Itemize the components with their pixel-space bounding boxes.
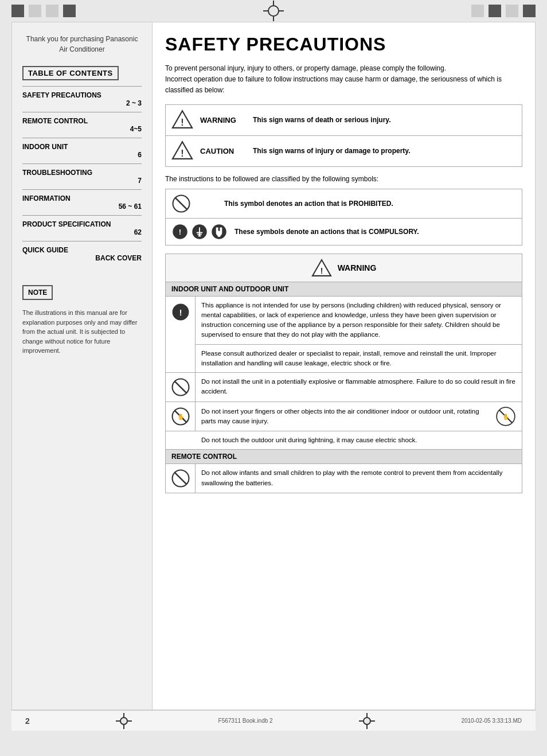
bottom-crosshair-circle [120,717,128,725]
prohibited-icon-cell [166,373,196,402]
warning-label: WARNING [200,116,246,124]
toc-item-pages: 6 [22,151,142,159]
hand-icon-right: ✋ [493,406,516,427]
indoor-row-1-texts: This appliance is not intended for use b… [196,297,522,373]
toc-item-title: INDOOR UNIT [22,143,142,151]
main-content: SAFETY PRECAUTIONS To prevent personal i… [153,22,535,710]
top-right-marks [471,5,536,17]
toc-item-title: QUICK GUIDE [22,246,142,254]
indoor-text-1: This appliance is not intended for use b… [196,297,522,345]
remote-prohibited-icon-cell [166,464,196,493]
toc-item-pages: 4~5 [22,125,142,133]
caution-row: ! CAUTION This sign warns of injury or d… [166,136,522,166]
toc-item-pages: 56 ~ 61 [22,202,142,211]
top-registration-marks [0,0,547,22]
reg-square [506,5,518,17]
caution-desc: This sign warns of injury or damage to p… [253,147,410,155]
warning-header-label: WARNING [338,263,377,272]
toc-item-information: INFORMATION 56 ~ 61 [22,189,142,215]
svg-text:!: ! [179,307,182,317]
page-number: 2 [25,716,30,726]
warning-section-box: ! WARNING INDOOR UNIT AND OUTDOOR UNIT !… [165,254,522,494]
symbol-table: This symbol denotes an action that is PR… [165,189,522,245]
sidebar: Thank you for purchasing Panasonic Air C… [12,22,153,710]
prohibited-icon [171,377,190,397]
toc-item-title: PRODUCT SPECIFICATION [22,220,142,228]
intro-paragraph: To prevent personal injury, injury to ot… [165,63,522,96]
toc-item-remote: REMOTE CONTROL 4~5 [22,112,142,138]
remote-row-1: Do not allow infants and small children … [166,464,522,493]
empty-icon-cell [166,431,196,449]
top-left-marks [11,5,76,17]
toc-item-product-spec: PRODUCT SPECIFICATION 62 [22,215,142,241]
date-info: 2010-02-05 3:33:13.MD [461,718,522,724]
compulsory-icon-2 [191,223,208,240]
indoor-row-1: ! This appliance is not intended for use… [166,297,522,373]
file-info: F567311 Book.indb 2 [218,718,273,724]
compulsory-icons: ! [171,223,228,240]
toc-item-title: INFORMATION [22,194,142,202]
crosshair-circle [268,5,279,17]
svg-text:!: ! [320,266,323,275]
crosshair-mark [263,1,284,21]
svg-text:!: ! [181,148,183,158]
toc-item-title: TROUBLESHOOTING [22,169,142,177]
note-label: NOTE [22,285,53,300]
indoor-text-3: Do not install the unit in a potentially… [196,373,522,402]
reg-square [489,5,501,17]
svg-text:✋: ✋ [177,413,184,420]
indoor-unit-section-title: INDOOR UNIT AND OUTDOOR UNIT [166,282,522,297]
prohibited-desc: This symbol denotes an action that is PR… [224,200,393,208]
svg-text:✋: ✋ [502,413,510,420]
toc-item-title: REMOTE CONTROL [22,117,142,125]
toc-item-safety: SAFETY PRECAUTIONS 2 ~ 3 [22,86,142,112]
indoor-text-4: Do not insert your fingers or other obje… [196,402,522,431]
footer-bar: 2 F567311 Book.indb 2 2010-02-05 3:33:13… [11,710,536,731]
warning-desc: This sign warns of death or serious inju… [253,116,391,124]
note-text: The illustrations in this manual are for… [22,308,142,356]
page-title: SAFETY PRECAUTIONS [165,34,522,55]
reg-square [523,5,536,17]
prohibited-hand-icon: ✋ [171,407,190,426]
sidebar-thank-you: Thank you for purchasing Panasonic Air C… [22,34,142,54]
page-content: Thank you for purchasing Panasonic Air C… [11,22,536,710]
warning-header: ! WARNING [166,254,522,282]
compulsory-symbol-row: ! [166,219,522,245]
symbol-intro-text: The instructions to be followed are clas… [165,175,522,183]
remote-control-section-title: REMOTE CONTROL [166,450,522,464]
toc-item-troubleshooting: TROUBLESHOOTING 7 [22,163,142,189]
reg-square [46,5,58,17]
svg-rect-16 [218,235,221,237]
caution-label: CAUTION [200,147,246,155]
indoor-row-3: ✋ Do not insert your fingers or other ob… [166,402,522,431]
warning-triangle-icon: ! [171,110,193,131]
reg-square [63,5,76,17]
prohibited-hand-icon-cell: ✋ [166,402,196,431]
indoor-row-2: Do not install the unit in a potentially… [166,373,522,402]
compulsory-icon: ! [171,302,190,322]
toc-item-title: SAFETY PRECAUTIONS [22,91,142,99]
reg-square [11,5,24,17]
compulsory-icon-3 [210,223,228,240]
compulsory-icon-1: ! [171,223,189,240]
prohibited-circle-hand: ✋ [495,406,516,427]
bottom-crosshair-circle-right [363,717,371,725]
toc-item-pages: 62 [22,228,142,236]
toc-item-pages: 2 ~ 3 [22,99,142,107]
toc-item-pages: BACK COVER [22,254,142,262]
prohibited-symbol-row: This symbol denotes an action that is PR… [166,189,522,219]
bottom-crosshair [116,713,132,729]
toc-item-indoor: INDOOR UNIT 6 [22,138,142,163]
remote-text-1: Do not allow infants and small children … [196,464,522,493]
compulsory-icon-cell: ! [166,297,196,373]
indoor-text-2: Please consult authorized dealer or spec… [196,345,522,373]
note-section: NOTE The illustrations in this manual ar… [22,276,142,356]
reg-square [29,5,41,17]
remote-prohibited-icon [171,469,190,488]
sign-classification-table: ! WARNING This sign warns of death or se… [165,104,522,167]
warning-header-icon: ! [311,259,332,277]
warning-row: ! WARNING This sign warns of death or se… [166,105,522,136]
svg-text:!: ! [179,228,182,236]
toc-item-pages: 7 [22,177,142,185]
reg-square [471,5,484,17]
